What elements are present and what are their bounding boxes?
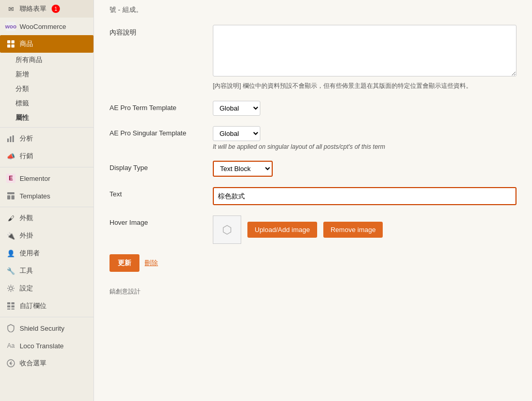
sidebar-item-custom-fields[interactable]: 自訂欄位 (0, 297, 93, 315)
display-type-control: Text Block Image Color (213, 161, 517, 177)
image-placeholder: ⬡ (213, 215, 241, 244)
mail-icon: ✉ (6, 4, 15, 13)
svg-rect-8 (7, 195, 10, 199)
ae-singular-row: AE Pro Singular Template Global It will … (109, 126, 517, 150)
settings-icon (6, 284, 15, 293)
display-type-label: Display Type (109, 161, 213, 172)
ae-term-label: AE Pro Term Template (109, 101, 213, 112)
sidebar-item-all-products[interactable]: 所有商品 (0, 53, 93, 67)
image-placeholder-icon: ⬡ (222, 223, 232, 237)
wrench-icon: 🔧 (6, 266, 15, 275)
text-input[interactable]: 棕色款式 (213, 187, 517, 205)
action-row: 更新 刪除 (109, 254, 517, 272)
display-type-row: Display Type Text Block Image Color (109, 161, 517, 177)
svg-rect-13 (7, 305, 10, 307)
contact-form-badge: 1 (52, 5, 60, 13)
ae-term-row: AE Pro Term Template Global (109, 101, 517, 116)
sidebar-item-loco-translate[interactable]: Aa Loco Translate (0, 337, 93, 354)
sidebar-item-users[interactable]: 👤 使用者 (0, 244, 93, 262)
products-icon (6, 39, 15, 49)
content-description-row: 內容說明 [內容說明] 欄位中的資料預設不會顯示，但有些佈景主題在其版面的特定位… (109, 25, 517, 90)
top-description: 號 - 組成。 (109, 0, 517, 25)
sidebar-item-collapse[interactable]: 收合選單 (0, 354, 93, 372)
svg-rect-4 (7, 138, 9, 142)
woo-icon: woo (6, 22, 15, 31)
brush-icon: 🖌 (6, 213, 15, 223)
content-label: 內容說明 (109, 25, 213, 37)
sidebar-item-elementor[interactable]: E Elementor (0, 169, 93, 187)
custom-fields-icon (6, 301, 15, 311)
content-hint: [內容說明] 欄位中的資料預設不會顯示，但有些佈景主題在其版面的特定位置會顯示這… (213, 81, 517, 90)
sidebar-item-analytics[interactable]: 分析 (0, 130, 93, 147)
sidebar-item-attributes[interactable]: 屬性 (0, 111, 93, 125)
sidebar-item-contact-form[interactable]: ✉ 聯絡表單 1 (0, 0, 93, 18)
loco-icon: Aa (6, 341, 15, 350)
sidebar-item-products[interactable]: 商品 (0, 35, 93, 53)
content-textarea[interactable] (213, 25, 517, 76)
footer-credit: 鎬創意設計 (109, 287, 517, 296)
text-label: Text (109, 187, 213, 198)
svg-point-10 (9, 287, 12, 290)
sidebar-item-appearance[interactable]: 🖌 外觀 (0, 209, 93, 227)
svg-rect-5 (10, 136, 11, 142)
svg-rect-9 (11, 195, 14, 199)
templates-icon (6, 191, 15, 201)
svg-rect-1 (11, 40, 14, 43)
remove-image-button[interactable]: Remove image (323, 222, 383, 238)
hover-image-area: ⬡ Upload/Add image Remove image (213, 215, 517, 244)
text-row: Text 棕色款式 (109, 187, 517, 205)
ae-term-control: Global (213, 101, 517, 116)
svg-rect-11 (7, 302, 10, 304)
svg-rect-3 (11, 44, 14, 48)
sidebar-item-category[interactable]: 分類 (0, 82, 93, 96)
sidebar-item-woocommerce[interactable]: woo WooCommerce (0, 18, 93, 35)
svg-rect-14 (11, 305, 14, 307)
delete-button[interactable]: 刪除 (145, 258, 158, 268)
plug-icon: 🔌 (6, 231, 15, 240)
upload-image-button[interactable]: Upload/Add image (247, 222, 317, 238)
megaphone-icon: 📣 (6, 151, 15, 161)
svg-rect-7 (7, 192, 14, 194)
hover-image-label: Hover Image (109, 215, 213, 226)
sidebar-item-templates[interactable]: Templates (0, 187, 93, 205)
svg-rect-16 (11, 309, 14, 310)
svg-rect-6 (12, 135, 14, 142)
sidebar-item-shield-security[interactable]: Shield Security (0, 319, 93, 337)
main-content: 號 - 組成。 內容說明 [內容說明] 欄位中的資料預設不會顯示，但有些佈景主題… (94, 0, 532, 401)
ae-singular-hint: It will be applied on singular layout of… (213, 143, 517, 150)
user-icon: 👤 (6, 249, 15, 258)
sidebar-item-add[interactable]: 新增 (0, 67, 93, 82)
hover-image-control: ⬡ Upload/Add image Remove image (213, 215, 517, 244)
text-control: 棕色款式 (213, 187, 517, 205)
svg-rect-15 (7, 309, 10, 310)
collapse-icon (6, 359, 15, 368)
sidebar: ✉ 聯絡表單 1 woo WooCommerce 商品 所有商品 新增 分類 標… (0, 0, 94, 401)
ae-term-select[interactable]: Global (213, 101, 260, 116)
update-button[interactable]: 更新 (109, 254, 139, 272)
ae-singular-select[interactable]: Global (213, 126, 260, 141)
ae-singular-control: Global It will be applied on singular la… (213, 126, 517, 150)
shield-icon (6, 323, 15, 333)
chart-icon (6, 134, 15, 143)
display-type-select[interactable]: Text Block Image Color (213, 161, 273, 177)
hover-image-row: Hover Image ⬡ Upload/Add image Remove im… (109, 215, 517, 244)
elementor-icon: E (6, 174, 15, 183)
svg-rect-2 (7, 44, 10, 48)
sidebar-item-settings[interactable]: 設定 (0, 280, 93, 297)
svg-rect-12 (11, 302, 14, 304)
sidebar-item-plugins[interactable]: 🔌 外掛 (0, 227, 93, 244)
svg-rect-0 (7, 40, 10, 43)
sidebar-item-tags[interactable]: 標籤 (0, 96, 93, 111)
sidebar-item-marketing[interactable]: 📣 行銷 (0, 147, 93, 165)
sidebar-item-tools[interactable]: 🔧 工具 (0, 262, 93, 280)
content-control: [內容說明] 欄位中的資料預設不會顯示，但有些佈景主題在其版面的特定位置會顯示這… (213, 25, 517, 90)
ae-singular-label: AE Pro Singular Template (109, 126, 213, 137)
